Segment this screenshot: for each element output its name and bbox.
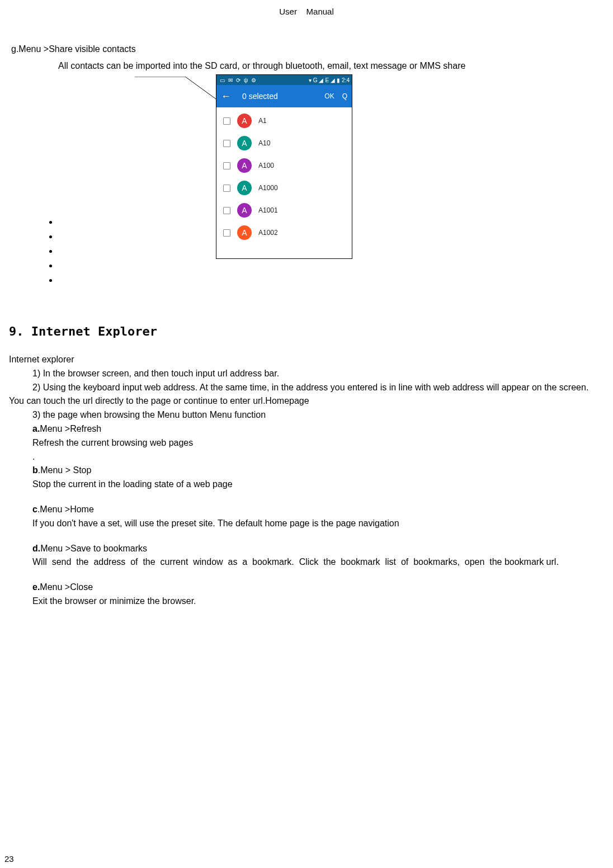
- step-1: 1) In the browser screen, and then touch…: [32, 367, 604, 381]
- contact-name: A1: [258, 117, 267, 125]
- contact-name: A1001: [258, 206, 278, 214]
- checkbox[interactable]: [223, 140, 230, 147]
- contact-name: A1002: [258, 229, 278, 237]
- ok-button[interactable]: OK: [324, 92, 334, 100]
- list-item[interactable]: A A10: [216, 132, 352, 154]
- page-header: User Manual: [4, 7, 609, 16]
- checkbox[interactable]: [223, 162, 230, 169]
- signal-icon: ◢: [319, 77, 323, 83]
- contact-list: A A1 A A10 A A100 A: [216, 107, 352, 246]
- status-icon: ✉: [228, 77, 233, 83]
- checkbox[interactable]: [223, 229, 230, 237]
- avatar: A: [237, 136, 252, 150]
- dot: .: [32, 450, 604, 464]
- list-item[interactable]: A A1001: [216, 199, 352, 221]
- item-a-desc: Refresh the current browsing web pages: [32, 436, 604, 450]
- avatar: A: [237, 114, 252, 128]
- status-bar: ▭ ✉ ⟳ ψ ⚙ ▾ G ◢ E ◢ ▮ 2:4: [216, 75, 352, 85]
- wifi-icon: ▾: [309, 77, 312, 83]
- avatar: A: [237, 181, 252, 195]
- page-number: 23: [4, 854, 14, 864]
- item-c-desc: If you don't have a set, will use the pr…: [32, 517, 604, 531]
- header-manual: Manual: [306, 7, 334, 16]
- step-3: 3) the page when browsing the Menu butto…: [32, 408, 604, 422]
- section-g-desc: All contacts can be imported into the SD…: [58, 61, 604, 71]
- usb-icon: ψ: [244, 77, 248, 83]
- item-b-desc: Stop the current in the loading state of…: [32, 478, 604, 492]
- list-item[interactable]: A A100: [216, 154, 352, 177]
- search-icon[interactable]: Q: [342, 92, 347, 100]
- header-user: User: [279, 7, 297, 16]
- phone-screenshot: ▭ ✉ ⟳ ψ ⚙ ▾ G ◢ E ◢ ▮ 2:4: [216, 74, 352, 259]
- bullet-item: [58, 275, 604, 285]
- app-bar: ← 0 selected OK Q: [216, 85, 352, 107]
- callout-line: [135, 77, 219, 105]
- subtitle: Internet explorer: [9, 353, 604, 367]
- checkbox[interactable]: [223, 207, 230, 214]
- app-bar-title: 0 selected: [242, 92, 278, 101]
- list-item[interactable]: A A1000: [216, 177, 352, 199]
- item-d-desc: Will send the address of the current win…: [9, 555, 604, 569]
- net-e: E: [325, 77, 329, 83]
- avatar: A: [237, 158, 252, 173]
- net-g: G: [313, 77, 318, 83]
- item-b-title: b.Menu > Stop: [32, 464, 604, 478]
- battery-icon: ▮: [337, 77, 340, 83]
- svg-line-1: [185, 77, 216, 99]
- section-9-heading: 9. Internet Explorer: [9, 324, 604, 338]
- contact-name: A100: [258, 162, 274, 169]
- checkbox[interactable]: [223, 117, 230, 125]
- section-g-title: g.Menu >Share visible contacts: [11, 44, 604, 54]
- contact-name: A10: [258, 139, 270, 147]
- step-2: 2) Using the keyboard input web address.…: [9, 381, 604, 409]
- signal-icon: ◢: [331, 77, 335, 83]
- status-time: 2:4: [342, 77, 350, 83]
- item-e-title: e.Menu >Close: [32, 581, 604, 595]
- bug-icon: ⚙: [251, 77, 256, 83]
- checkbox[interactable]: [223, 185, 230, 192]
- contact-name: A1000: [258, 184, 278, 192]
- list-item[interactable]: A A1: [216, 110, 352, 132]
- item-c-title: c.Menu >Home: [32, 503, 604, 517]
- sync-icon: ⟳: [236, 77, 241, 83]
- back-icon[interactable]: ←: [221, 91, 231, 102]
- item-e-desc: Exit the browser or minimize the browser…: [32, 595, 604, 608]
- list-item[interactable]: A A1002: [216, 221, 352, 244]
- avatar: A: [237, 203, 252, 218]
- item-a-title: a.Menu >Refresh: [32, 422, 604, 436]
- status-icon: ▭: [220, 77, 225, 83]
- item-d-title: d.Menu >Save to bookmarks: [32, 542, 604, 556]
- avatar: A: [237, 225, 252, 240]
